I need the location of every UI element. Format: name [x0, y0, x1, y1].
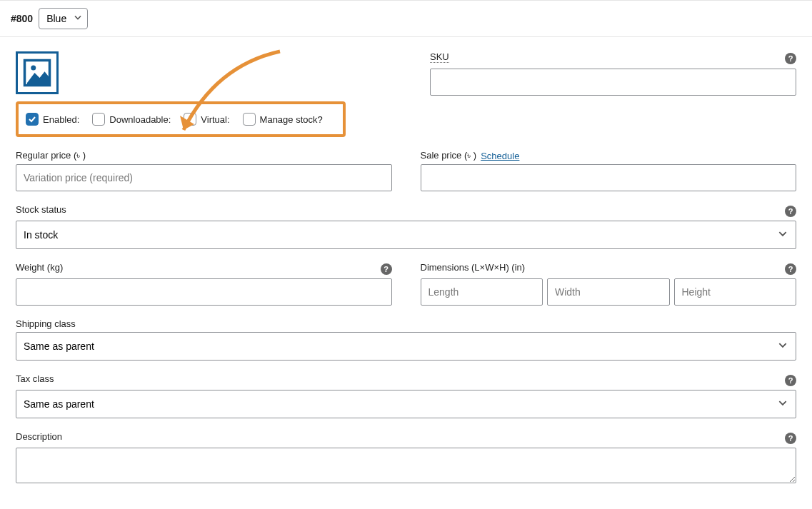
height-input[interactable]	[674, 278, 797, 306]
sku-input[interactable]	[430, 69, 796, 96]
description-help-icon[interactable]: ?	[785, 433, 796, 444]
description-label: Description	[16, 431, 62, 442]
tax-class-label: Tax class	[16, 373, 54, 384]
downloadable-checkbox-group: Downloadable:	[92, 113, 171, 126]
stock-status-section: Stock status ? In stock	[16, 204, 796, 249]
weight-input[interactable]	[16, 278, 392, 306]
tax-class-section: Tax class ? Same as parent	[16, 373, 796, 418]
downloadable-checkbox[interactable]	[92, 113, 105, 126]
enabled-label: Enabled:	[43, 114, 79, 125]
virtual-checkbox-group: Virtual:	[184, 113, 229, 126]
regular-price-label: Regular price (৳ )	[16, 150, 392, 161]
shipping-class-select[interactable]: Same as parent	[16, 332, 796, 361]
enabled-checkbox-group: Enabled:	[26, 113, 79, 126]
enabled-checkbox[interactable]	[26, 113, 39, 126]
manage-stock-label: Manage stock?	[260, 114, 323, 125]
weight-dimensions-row: Weight (kg) ? Dimensions (L×W×H) (in) ?	[16, 262, 796, 306]
stock-status-help-icon[interactable]: ?	[785, 206, 796, 217]
stock-status-select[interactable]: In stock	[16, 221, 796, 249]
price-row: Regular price (৳ ) Sale price (৳ ) Sched…	[16, 150, 796, 191]
sale-price-label: Sale price (৳ ) Schedule	[421, 150, 797, 161]
tax-class-help-icon[interactable]: ?	[785, 375, 796, 386]
variation-header: #800 Blue	[0, 0, 812, 37]
weight-label: Weight (kg)	[16, 262, 63, 273]
regular-price-input[interactable]	[16, 164, 392, 191]
manage-stock-checkbox[interactable]	[243, 113, 256, 126]
attribute-select-wrap: Blue	[39, 8, 88, 29]
left-top-column: Enabled: Downloadable: Virtual:	[16, 51, 401, 137]
attribute-select[interactable]: Blue	[39, 8, 88, 29]
downloadable-label: Downloadable:	[109, 114, 171, 125]
length-input[interactable]	[421, 278, 543, 306]
right-top-column: SKU ?	[430, 51, 796, 137]
weight-help-icon[interactable]: ?	[381, 263, 392, 275]
top-row: Enabled: Downloadable: Virtual:	[16, 51, 796, 137]
virtual-checkbox[interactable]	[184, 113, 196, 126]
variation-id: #800	[11, 13, 33, 24]
variation-image-upload[interactable]	[16, 51, 59, 94]
image-placeholder-icon	[22, 58, 52, 88]
description-section: Description ?	[16, 431, 796, 485]
schedule-link[interactable]: Schedule	[481, 151, 519, 161]
variation-body: Enabled: Downloadable: Virtual:	[0, 37, 812, 507]
tax-class-select[interactable]: Same as parent	[16, 390, 796, 418]
checkbox-highlight-box: Enabled: Downloadable: Virtual:	[16, 101, 346, 137]
sku-label: SKU	[430, 51, 449, 63]
virtual-label: Virtual:	[201, 114, 229, 125]
stock-status-label: Stock status	[16, 204, 66, 215]
shipping-class-label: Shipping class	[16, 318, 796, 329]
description-textarea[interactable]	[16, 448, 796, 483]
svg-point-1	[31, 66, 36, 71]
dimensions-inputs	[421, 278, 797, 306]
width-input[interactable]	[547, 278, 670, 306]
sale-price-input[interactable]	[421, 164, 797, 191]
shipping-class-section: Shipping class Same as parent	[16, 318, 796, 361]
dimensions-label: Dimensions (L×W×H) (in)	[421, 262, 526, 273]
manage-stock-checkbox-group: Manage stock?	[243, 113, 323, 126]
sku-help-icon[interactable]: ?	[785, 53, 796, 64]
dimensions-help-icon[interactable]: ?	[785, 263, 796, 275]
